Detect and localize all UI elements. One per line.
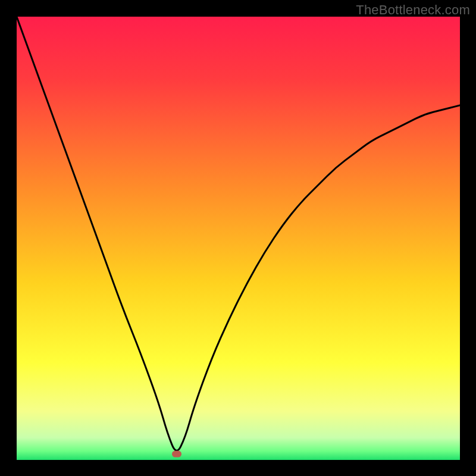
chart-frame: TheBottleneck.com xyxy=(0,0,476,476)
balance-marker xyxy=(172,451,181,458)
plot-area xyxy=(17,17,460,460)
bottleneck-curve xyxy=(17,17,460,460)
watermark-text: TheBottleneck.com xyxy=(356,2,470,18)
